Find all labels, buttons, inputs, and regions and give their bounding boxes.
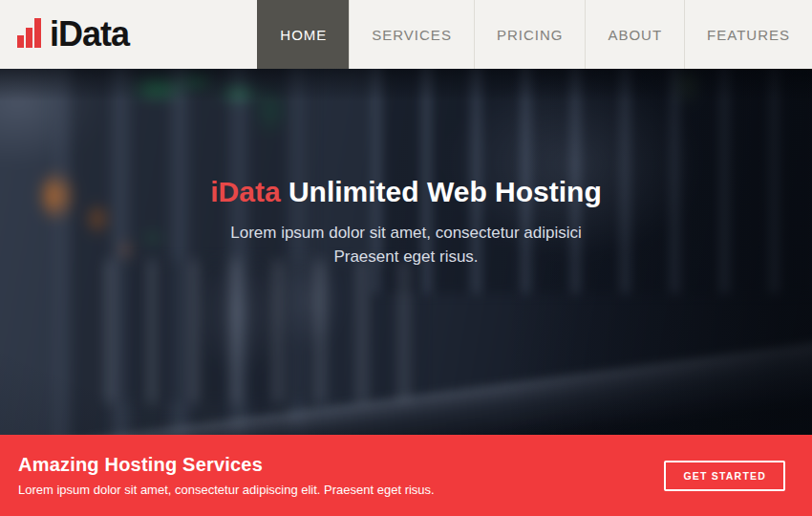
cta-heading: Amazing Hosting Services — [18, 454, 435, 476]
cta-band: Amazing Hosting Services Lorem ipsum dol… — [0, 435, 812, 516]
hero-content: iData Unlimited Web Hosting Lorem ipsum … — [0, 176, 812, 269]
cta-copy: Amazing Hosting Services Lorem ipsum dol… — [18, 454, 435, 497]
get-started-button[interactable]: GET STARTED — [664, 461, 785, 491]
bar-chart-icon — [17, 18, 41, 52]
logo[interactable]: iData — [0, 0, 129, 69]
nav-item-services[interactable]: SERVICES — [349, 0, 474, 69]
hero-subtitle: Lorem ipsum dolor sit amet, consectetur … — [0, 221, 812, 269]
hero-section: iData Unlimited Web Hosting Lorem ipsum … — [0, 69, 812, 435]
site-header: iData HOME SERVICES PRICING ABOUT FEATUR… — [0, 0, 812, 69]
hero-title: iData Unlimited Web Hosting — [0, 176, 812, 208]
nav-item-about[interactable]: ABOUT — [585, 0, 684, 69]
hero-subtitle-line1: Lorem ipsum dolor sit amet, consectetur … — [0, 221, 812, 245]
nav-item-home[interactable]: HOME — [257, 0, 349, 69]
nav-item-pricing[interactable]: PRICING — [474, 0, 586, 69]
cta-text: Lorem ipsum dolor sit amet, consectetur … — [18, 483, 435, 497]
main-nav: HOME SERVICES PRICING ABOUT FEATURES — [257, 0, 812, 69]
hero-title-rest: Unlimited Web Hosting — [288, 176, 602, 207]
logo-text: iData — [50, 14, 129, 54]
hero-title-brand: iData — [210, 176, 280, 207]
nav-item-features[interactable]: FEATURES — [684, 0, 812, 69]
hero-subtitle-line2: Praesent eget risus. — [0, 245, 812, 269]
